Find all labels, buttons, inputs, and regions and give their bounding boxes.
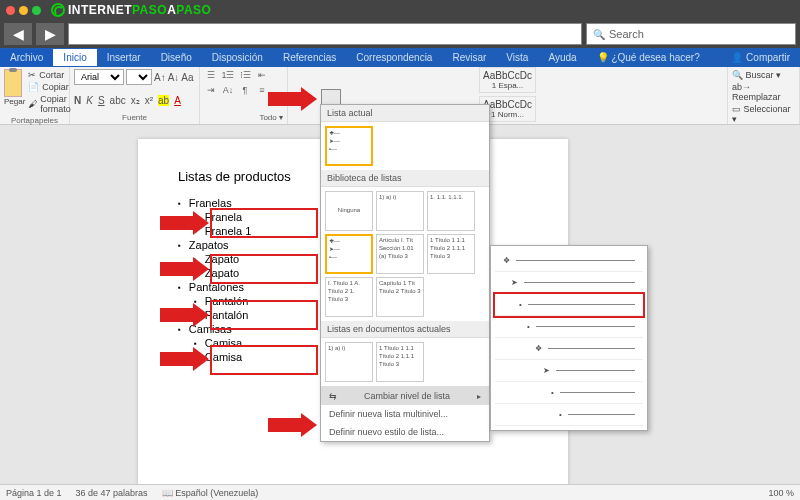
tab-ayuda[interactable]: Ayuda bbox=[538, 49, 586, 66]
list-option-current[interactable]: ❖—➤—•— bbox=[325, 126, 373, 166]
annotation-arrow-icon bbox=[268, 418, 302, 432]
grow-font-icon[interactable]: A↑ bbox=[154, 72, 166, 83]
tab-vista[interactable]: Vista bbox=[496, 49, 538, 66]
annotation-arrow-icon bbox=[160, 262, 194, 276]
back-button[interactable]: ◀ bbox=[4, 23, 32, 45]
tab-archivo[interactable]: Archivo bbox=[0, 49, 53, 66]
page-count: Página 1 de 1 bbox=[6, 488, 62, 498]
cut-button[interactable]: ✂ Cortar bbox=[28, 69, 71, 81]
tab-inicio[interactable]: Inicio bbox=[53, 49, 96, 66]
font-name-select[interactable]: Arial bbox=[74, 69, 124, 85]
superscript-icon[interactable]: x² bbox=[145, 95, 153, 106]
align-icon[interactable]: ≡ bbox=[255, 84, 269, 96]
define-style-menu[interactable]: Definir nuevo estilo de lista... bbox=[321, 423, 489, 441]
list-option-none[interactable]: Ninguna bbox=[325, 191, 373, 231]
multilevel-list-dropdown: Lista actual ❖—➤—•— Biblioteca de listas… bbox=[320, 104, 490, 442]
level-option[interactable]: ➤ bbox=[495, 272, 643, 294]
level-option[interactable]: ❖ bbox=[495, 338, 643, 360]
italic-icon[interactable]: K bbox=[86, 95, 93, 106]
close-window-icon[interactable] bbox=[6, 6, 15, 15]
format-painter-button[interactable]: 🖌 Copiar formato bbox=[28, 93, 71, 115]
show-marks-icon[interactable]: ¶ bbox=[238, 84, 252, 96]
multilevel-list-button-active[interactable] bbox=[322, 90, 340, 104]
word-count[interactable]: 36 de 47 palabras bbox=[76, 488, 148, 498]
decrease-indent-icon[interactable]: ⇤ bbox=[255, 69, 269, 81]
tell-me-search[interactable]: 💡 ¿Qué desea hacer? bbox=[587, 49, 710, 66]
list-option[interactable]: Capítulo 1 Tít Título 2 Título 3 bbox=[376, 277, 424, 317]
increase-indent-icon[interactable]: ⇥ bbox=[204, 84, 218, 96]
group-editing: 🔍 Buscar ▾ ab→ Reemplazar ▭ Seleccionar … bbox=[728, 67, 800, 124]
share-button[interactable]: 👤 Compartir bbox=[721, 49, 800, 66]
multilevel-icon[interactable]: ⁝☰ bbox=[238, 69, 252, 81]
annotation-arrow-icon bbox=[268, 92, 302, 106]
todo-dropdown[interactable]: Todo ▾ bbox=[204, 113, 283, 122]
select-button[interactable]: ▭ Seleccionar ▾ bbox=[732, 103, 795, 125]
level-option[interactable]: • bbox=[495, 316, 643, 338]
list-option[interactable]: Artículo I. Tít Sección 1.01 (a) Título … bbox=[376, 234, 424, 274]
browser-titlebar: INTERNETPASOAPASO bbox=[0, 0, 800, 20]
ribbon-tabs: Archivo Inicio Insertar Diseño Disposici… bbox=[0, 48, 800, 67]
style-box[interactable]: AaBbCcDc1 Espa... bbox=[479, 67, 536, 93]
tab-correspondencia[interactable]: Correspondencia bbox=[346, 49, 442, 66]
level-option-selected[interactable]: • bbox=[495, 294, 643, 316]
tab-insertar[interactable]: Insertar bbox=[97, 49, 151, 66]
paste-label: Pegar bbox=[4, 97, 25, 106]
tab-referencias[interactable]: Referencias bbox=[273, 49, 346, 66]
list-option[interactable]: 1) a) i) bbox=[376, 191, 424, 231]
define-multilevel-menu[interactable]: Definir nueva lista multinivel... bbox=[321, 405, 489, 423]
annotation-highlight bbox=[210, 208, 318, 238]
group-title: Portapapeles bbox=[4, 115, 65, 125]
paste-icon[interactable] bbox=[4, 69, 22, 97]
language-status[interactable]: 📖 Español (Venezuela) bbox=[162, 488, 259, 498]
minimize-window-icon[interactable] bbox=[19, 6, 28, 15]
tab-disposicion[interactable]: Disposición bbox=[202, 49, 273, 66]
list-option[interactable]: 1 Título 1 1.1 Título 2 1.1.1 Título 3 bbox=[427, 234, 475, 274]
dd-section-header: Lista actual bbox=[321, 105, 489, 122]
level-option[interactable]: • bbox=[495, 404, 643, 426]
tab-revisar[interactable]: Revisar bbox=[442, 49, 496, 66]
list-option[interactable]: ❖—➤—•— bbox=[325, 234, 373, 274]
shrink-font-icon[interactable]: A↓ bbox=[168, 72, 180, 83]
group-clipboard: Pegar ✂ Cortar 📄 Copiar 🖌 Copiar formato… bbox=[0, 67, 70, 124]
tab-diseno[interactable]: Diseño bbox=[151, 49, 202, 66]
annotation-highlight bbox=[210, 300, 318, 330]
bullets-icon[interactable]: ☰ bbox=[204, 69, 218, 81]
level-option[interactable]: • bbox=[495, 382, 643, 404]
logo-icon bbox=[51, 3, 65, 17]
annotation-highlight bbox=[210, 254, 318, 284]
list-level-flyout: ❖ ➤ • • ❖ ➤ • • bbox=[490, 245, 648, 431]
subscript-icon[interactable]: x₂ bbox=[131, 95, 140, 106]
level-option[interactable]: ➤ bbox=[495, 360, 643, 382]
numbering-icon[interactable]: 1☰ bbox=[221, 69, 235, 81]
zoom-level[interactable]: 100 % bbox=[768, 488, 794, 498]
annotation-arrow-icon bbox=[160, 216, 194, 230]
maximize-window-icon[interactable] bbox=[32, 6, 41, 15]
list-option[interactable]: 1. 1.1. 1.1.1. bbox=[427, 191, 475, 231]
highlight-icon[interactable]: ab bbox=[158, 95, 169, 106]
list-option[interactable]: I. Título 1 A. Título 2 1. Título 3 bbox=[325, 277, 373, 317]
change-list-level-menu[interactable]: ⇆ Cambiar nivel de lista bbox=[321, 387, 489, 405]
font-color-icon[interactable]: A bbox=[174, 95, 181, 106]
status-bar: Página 1 de 1 36 de 47 palabras 📖 Españo… bbox=[0, 484, 800, 500]
sort-icon[interactable]: A↓ bbox=[221, 84, 235, 96]
strike-icon[interactable]: abc bbox=[110, 95, 126, 106]
forward-button[interactable]: ▶ bbox=[36, 23, 64, 45]
list-option[interactable]: 1 Título 1 1.1 Título 2 1.1.1 Título 3 bbox=[376, 342, 424, 382]
dd-section-header: Biblioteca de listas bbox=[321, 170, 489, 187]
underline-icon[interactable]: S bbox=[98, 95, 105, 106]
level-option[interactable]: ❖ bbox=[495, 250, 643, 272]
group-font: Arial 14 A↑ A↓ Aa N K S abc x₂ x² ab A F… bbox=[70, 67, 200, 124]
url-input[interactable] bbox=[68, 23, 582, 45]
list-option[interactable]: 1) a) i) bbox=[325, 342, 373, 382]
copy-button[interactable]: 📄 Copiar bbox=[28, 81, 71, 93]
find-button[interactable]: 🔍 Buscar ▾ bbox=[732, 69, 795, 81]
annotation-arrow-icon bbox=[160, 308, 194, 322]
group-title: Fuente bbox=[74, 112, 195, 122]
bold-icon[interactable]: N bbox=[74, 95, 81, 106]
search-input[interactable]: Search bbox=[586, 23, 796, 45]
change-case-icon[interactable]: Aa bbox=[181, 72, 193, 83]
annotation-arrow-icon bbox=[160, 352, 194, 366]
replace-button[interactable]: ab→ Reemplazar bbox=[732, 81, 795, 103]
annotation-highlight bbox=[210, 345, 318, 375]
font-size-select[interactable]: 14 bbox=[126, 69, 152, 85]
